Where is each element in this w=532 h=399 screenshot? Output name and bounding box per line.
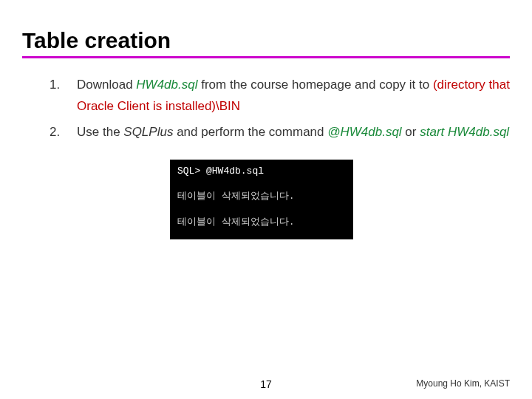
title-divider (22, 56, 510, 58)
author-credit: Myoung Ho Kim, KAIST (416, 378, 510, 389)
page-number: 17 (260, 378, 272, 390)
text: Download (77, 78, 136, 92)
hw-file: HW4db.sql (136, 78, 197, 92)
list-item: Download HW4db.sql from the course homep… (64, 75, 510, 117)
slide: Table creation Download HW4db.sql from t… (0, 0, 532, 399)
command-at: @HW4db.sql (327, 125, 401, 139)
text: from the course homepage and copy it to (197, 78, 432, 92)
page-title: Table creation (22, 28, 510, 53)
list-item: Use the SQLPlus and perform the command … (64, 122, 510, 143)
text: and perform the command (173, 125, 327, 139)
text: or (402, 125, 420, 139)
terminal-line: 테이블이 삭제되었습니다. (177, 189, 346, 205)
command-start: start HW4db.sql (420, 125, 509, 139)
text: Use the (77, 125, 123, 139)
terminal-output: SQL> @HW4db.sql 테이블이 삭제되었습니다. 테이블이 삭제되었습… (170, 160, 353, 239)
sqlplus-name: SQLPlus (123, 125, 173, 139)
terminal-line: 테이블이 삭제되었습니다. (177, 215, 346, 231)
terminal-prompt: SQL> @HW4db.sql (177, 164, 346, 180)
instruction-list: Download HW4db.sql from the course homep… (22, 75, 510, 143)
